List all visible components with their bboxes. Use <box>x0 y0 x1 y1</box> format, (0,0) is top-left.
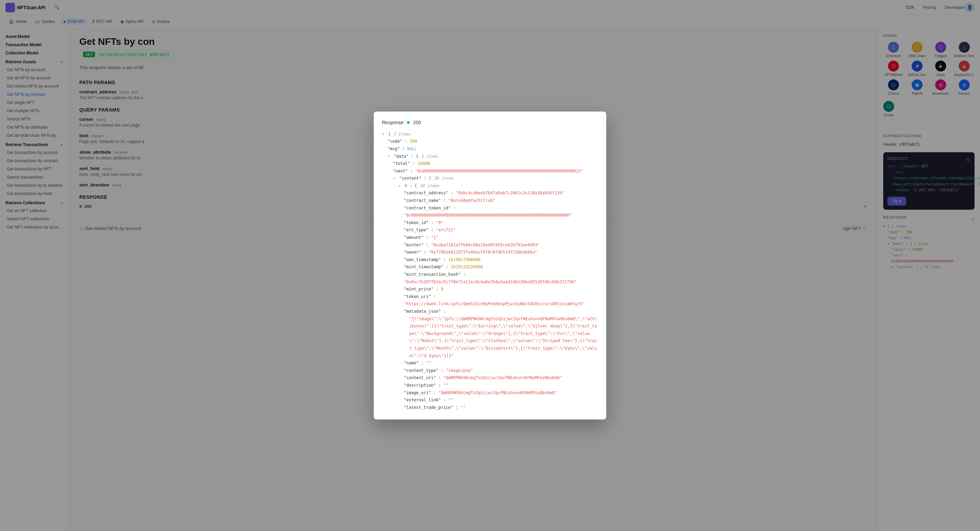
modal-overlay[interactable]: Response 200 ▾ { 3 items "code" : 200 "m… <box>0 0 980 531</box>
json-item0-open: ▾ 0 : { 30 items <box>382 182 598 190</box>
json-erc-type-line: "erc_type" : "erc721" <box>382 226 598 234</box>
collapse-root[interactable]: ▾ <box>382 132 384 137</box>
collapse-data[interactable]: ▾ <box>387 154 390 159</box>
json-amount-line: "amount" : "1" <box>382 234 598 242</box>
json-mint-price-line: "mint_price" : 0 <box>382 286 598 293</box>
json-viewer: ▾ { 3 items "code" : 200 "msg" : NULL ▾ … <box>382 131 598 411</box>
response-modal: Response 200 ▾ { 3 items "code" : 200 "m… <box>374 112 606 420</box>
json-next-line: "next" : "0x0000000000000000000000000000… <box>382 167 598 175</box>
json-mint-timestamp-line: "mint_timestamp" : 1619133220000 <box>382 263 598 271</box>
json-contract-address-line: "contract_address" : "0xbc4ca0eda7647a8a… <box>382 190 598 197</box>
json-code-line: "code" : 200 <box>382 138 598 145</box>
modal-header: Response 200 <box>382 120 598 125</box>
json-latest-trade-price-line: "latest_trade_price" : "" <box>382 404 598 411</box>
json-total-line: "total" : 10000 <box>382 160 598 167</box>
json-image-uri-line: "image_uri" : "QmRRPWG96cmgTn2qSzjwr2qvf… <box>382 389 598 397</box>
collapse-item0[interactable]: ▾ <box>398 183 401 188</box>
json-name-line: "name" : "" <box>382 360 598 367</box>
json-minter-line: "minter" : "0xaba7161a7fb69c88e16ed9f455… <box>382 242 598 249</box>
modal-status-dot <box>407 121 410 124</box>
json-token-id-line: "token_id" : "0" <box>382 219 598 227</box>
json-metadata-value: "{\"image\":\"ipfs://QmRRPWG96cmgTn2qSzj… <box>382 316 598 360</box>
json-content-type-line: "content_type" : "image/png" <box>382 367 598 375</box>
modal-status-code: 200 <box>413 120 421 125</box>
json-token-uri-line: "token_uri" : "https://dweb.link/ipfs/Qm… <box>382 293 598 308</box>
json-contract-name-line: "contract_name" : "BoredApeYachtClub" <box>382 197 598 205</box>
json-own-timestamp-line: "own_timestamp" : 1619817106000 <box>382 256 598 264</box>
json-description-line: "description" : "" <box>382 382 598 389</box>
json-msg-line: "msg" : NULL <box>382 145 598 153</box>
json-data-open: ▾ "data" : { 3 items <box>382 153 598 161</box>
json-metadata-line: "metadata_json" : <box>382 308 598 316</box>
json-mint-tx-hash-line: "mint_transaction_hash" : "0x0xcfb197f62… <box>382 271 598 286</box>
json-external-link-line: "external_link" : "" <box>382 397 598 404</box>
json-owner-line: "owner" : "0xf7801b8115f3fe46ac55f8c0fdb… <box>382 249 598 256</box>
json-contract-token-id-line: "contract_token_id" : "0x000000000000000… <box>382 205 598 219</box>
modal-response-label: Response <box>382 120 404 125</box>
json-content-open: ▾ "content" : [ 20 items <box>382 175 598 182</box>
json-content-uri-line: "content_uri" : "QmRRPWG96cmgTn2qSzjwr2q… <box>382 374 598 382</box>
collapse-content[interactable]: ▾ <box>393 176 395 181</box>
json-root: ▾ { 3 items <box>382 131 598 138</box>
